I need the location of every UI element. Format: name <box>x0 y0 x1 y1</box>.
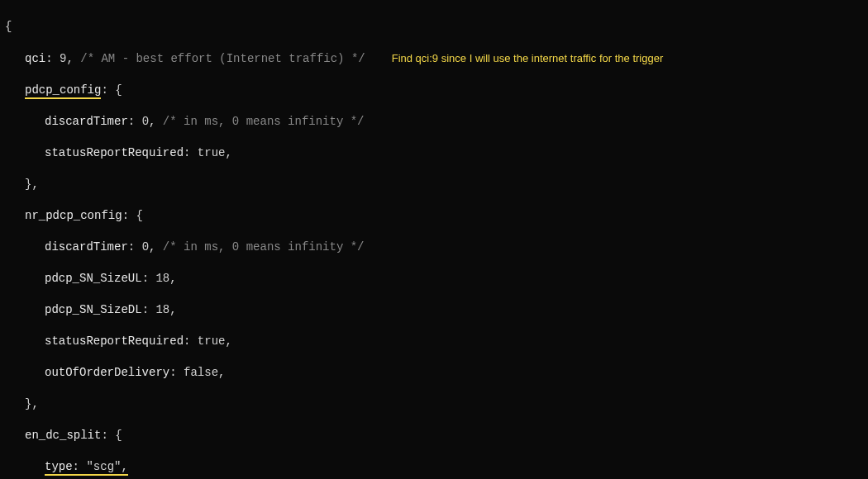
line-nr-statusReportRequired: statusReportRequired: true, <box>5 334 863 349</box>
line-nr-outOfOrderDelivery: outOfOrderDelivery: false, <box>5 365 863 381</box>
line-open-brace: { <box>5 19 863 35</box>
line-pdcp-discardTimer: discardTimer: 0, /* in ms, 0 means infin… <box>5 114 863 130</box>
line-nr-pdcp-config-close: }, <box>5 396 863 412</box>
line-pdcp-statusReportRequired: statusReportRequired: true, <box>5 145 863 161</box>
line-en-dc-split-open: en_dc_split: { <box>5 428 863 443</box>
line-nr-pdcp-config-open: nr_pdcp_config: { <box>5 208 863 224</box>
line-nr-sn-ul: pdcp_SN_SizeUL: 18, <box>5 271 863 287</box>
code-block: { qci: 9, /* AM - best effort (Internet … <box>0 0 868 479</box>
line-qci: qci: 9, /* AM - best effort (Internet tr… <box>5 50 863 67</box>
line-nr-discardTimer: discardTimer: 0, /* in ms, 0 means infin… <box>5 240 863 255</box>
annotation-qci: Find qci:9 since I will use the internet… <box>392 52 664 64</box>
line-pdcp-config-close: }, <box>5 177 863 192</box>
line-nr-sn-dl: pdcp_SN_SizeDL: 18, <box>5 302 863 318</box>
line-pdcp-config-open: pdcp_config: { <box>5 83 863 98</box>
line-en-dc-split-type: type: "scg", <box>5 459 863 475</box>
